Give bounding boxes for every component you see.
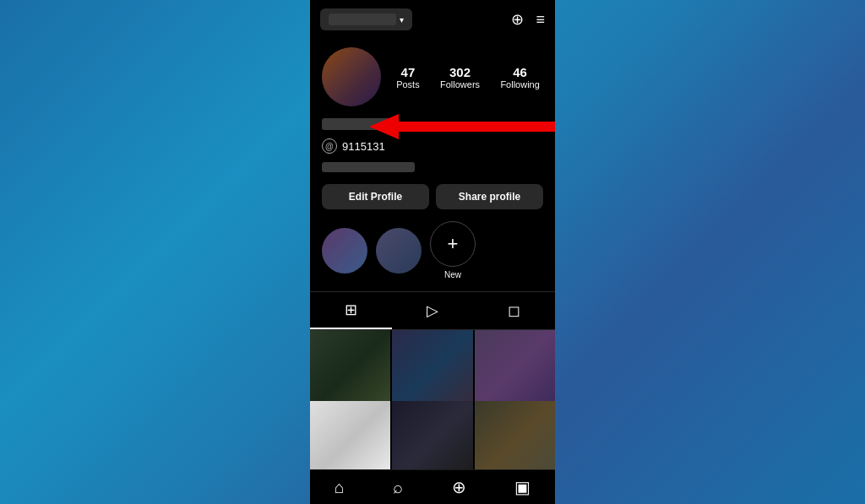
- reels-tab-icon: ▷: [427, 301, 438, 320]
- tab-tagged[interactable]: ◻: [473, 292, 555, 329]
- menu-icon[interactable]: ≡: [536, 11, 545, 29]
- username-text: [329, 14, 396, 25]
- threads-handle: 9115131: [342, 140, 385, 153]
- following-stat[interactable]: 46 Following: [500, 65, 539, 89]
- photo-grid: [310, 330, 555, 469]
- profile-header: 47 Posts 302 Followers 46 Following: [322, 47, 543, 106]
- highlight-new-circle: +: [430, 221, 476, 267]
- highlight-new[interactable]: + New: [430, 221, 476, 279]
- tagged-tab-icon: ◻: [508, 301, 520, 320]
- highlight-circle-1: [322, 228, 367, 274]
- followers-count: 302: [449, 65, 471, 79]
- bio-text: [322, 162, 415, 172]
- avatar: [322, 47, 381, 106]
- search-nav-icon[interactable]: ⌕: [393, 478, 403, 497]
- grid-cell-3[interactable]: [475, 330, 555, 410]
- threads-icon: @: [322, 138, 337, 154]
- profile-section: 47 Posts 302 Followers 46 Following @ 91…: [310, 39, 555, 291]
- share-profile-button[interactable]: Share profile: [436, 184, 543, 209]
- following-count: 46: [513, 65, 527, 79]
- grid-tab-icon: ⊞: [345, 301, 357, 319]
- highlights-row: + New: [322, 221, 543, 291]
- phone-frame: ▾ ⊕ ≡ 47 Posts 302 Followers 46 F: [310, 0, 555, 504]
- grid-cell-5[interactable]: [392, 401, 472, 470]
- posts-count: 47: [401, 65, 416, 79]
- add-post-icon[interactable]: ⊕: [511, 10, 524, 29]
- grid-cell-6[interactable]: [475, 401, 555, 470]
- highlight-circle-2: [376, 228, 422, 274]
- tab-grid[interactable]: ⊞: [310, 292, 392, 329]
- grid-cell-2[interactable]: [392, 330, 472, 410]
- grid-cell-4[interactable]: [310, 401, 390, 470]
- grid-cell-1[interactable]: [310, 330, 390, 410]
- home-nav-icon[interactable]: ⌂: [335, 478, 345, 497]
- highlight-new-label: New: [444, 270, 461, 279]
- followers-stat[interactable]: 302 Followers: [440, 65, 480, 89]
- display-name: [322, 118, 389, 130]
- threads-link[interactable]: @ 9115131: [322, 138, 543, 154]
- tab-bar: ⊞ ▷ ◻: [310, 291, 555, 330]
- bottom-nav: ⌂ ⌕ ⊕ ▣: [310, 469, 555, 504]
- highlight-item-1[interactable]: [322, 228, 367, 274]
- posts-stat[interactable]: 47 Posts: [396, 65, 420, 89]
- username-dropdown[interactable]: ▾: [320, 8, 412, 30]
- highlight-item-2[interactable]: [376, 228, 422, 274]
- top-icons: ⊕ ≡: [511, 10, 545, 29]
- posts-label: Posts: [396, 79, 420, 89]
- tab-reels[interactable]: ▷: [392, 292, 474, 329]
- add-nav-icon[interactable]: ⊕: [452, 477, 466, 497]
- edit-profile-button[interactable]: Edit Profile: [322, 184, 429, 209]
- stats-row: 47 Posts 302 Followers 46 Following: [393, 65, 543, 89]
- action-buttons: Edit Profile Share profile: [322, 184, 543, 209]
- following-label: Following: [500, 79, 539, 89]
- reels-nav-icon[interactable]: ▣: [514, 477, 530, 497]
- followers-label: Followers: [440, 79, 480, 89]
- top-bar: ▾ ⊕ ≡: [310, 0, 555, 39]
- dropdown-arrow-icon: ▾: [400, 15, 404, 24]
